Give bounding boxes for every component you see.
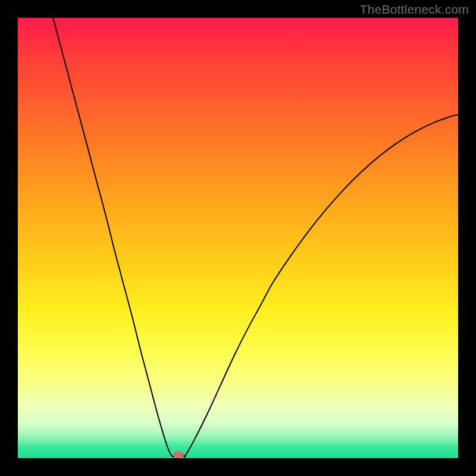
bottleneck-curve	[0, 0, 476, 476]
chart-frame: TheBottleneck.com	[0, 0, 476, 476]
curve-path	[53, 18, 458, 457]
watermark-text: TheBottleneck.com	[360, 2, 469, 17]
optimum-marker	[173, 451, 184, 458]
